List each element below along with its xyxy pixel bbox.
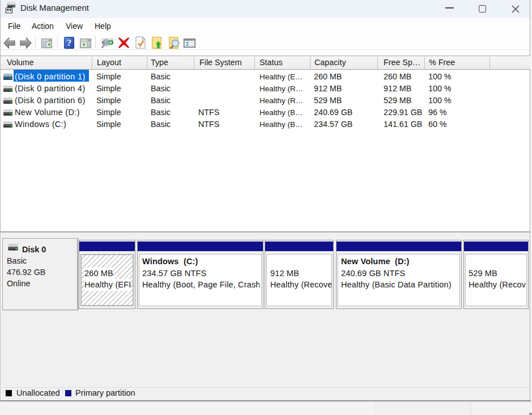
svg-text:?: ? [67, 37, 72, 48]
